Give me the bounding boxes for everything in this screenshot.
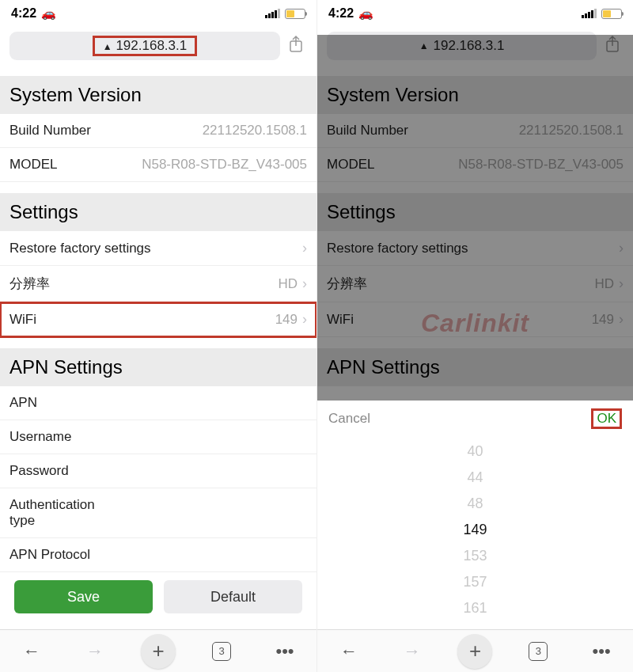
row-apn-protocol[interactable]: APN Protocol — [0, 538, 316, 572]
share-icon[interactable] — [605, 35, 624, 57]
section-system-version: System Version — [0, 76, 316, 114]
section-apn: APN Settings — [317, 348, 633, 386]
row-model: MODEL N58-R08-STD-BZ_V43-005 — [0, 148, 316, 182]
browser-toolbar: ← → + 3 ••• — [0, 629, 316, 672]
build-label: Build Number — [9, 123, 91, 139]
address-row: ▲ 192.168.3.1 — [0, 27, 316, 66]
row-password[interactable]: Password — [0, 454, 316, 488]
url-text: 192.168.3.1 — [434, 38, 505, 54]
picker-option[interactable]: 40 — [317, 439, 633, 465]
resolution-value: HD — [278, 276, 298, 292]
picker-wheel[interactable]: 40 44 48 149 153 157 161 — [317, 437, 633, 631]
forward-button[interactable]: → — [78, 641, 112, 662]
wifi-value: 149 — [275, 312, 298, 328]
more-button[interactable]: ••• — [584, 641, 619, 662]
chevron-right-icon: › — [619, 240, 624, 256]
picker-option[interactable]: 157 — [317, 569, 633, 595]
button-row: Save Default — [0, 572, 316, 613]
address-bar[interactable]: ▲ 192.168.3.1 — [9, 32, 280, 60]
picker-option-selected[interactable]: 149 — [317, 517, 633, 543]
status-time: 4:22 — [328, 6, 354, 21]
row-restore[interactable]: Restore factory settings › — [317, 231, 633, 266]
row-model: MODEL N58-R08-STD-BZ_V43-005 — [317, 148, 633, 182]
phone-left: 4:22 🚗 ▲ 192.168.3.1 System Version Buil… — [0, 0, 316, 672]
row-auth-type[interactable]: Authentication type — [0, 488, 316, 538]
url-text: 192.168.3.1 — [116, 38, 187, 53]
chevron-right-icon: › — [302, 311, 307, 328]
model-label: MODEL — [9, 157, 57, 173]
section-system-version: System Version — [317, 76, 633, 114]
chevron-right-icon: › — [302, 240, 307, 256]
address-bar[interactable]: ▲ 192.168.3.1 — [327, 32, 597, 60]
forward-button[interactable]: → — [395, 641, 430, 662]
row-apn[interactable]: APN — [0, 386, 316, 420]
share-icon[interactable] — [288, 35, 307, 57]
chevron-right-icon: › — [302, 275, 307, 292]
tabs-button[interactable]: 3 — [204, 642, 239, 661]
row-resolution[interactable]: 分辨率 HD› — [0, 266, 316, 302]
row-restore[interactable]: Restore factory settings › — [0, 231, 316, 266]
section-settings: Settings — [317, 193, 633, 231]
signal-icon — [582, 9, 597, 18]
status-time: 4:22 — [11, 6, 36, 21]
signal-icon — [265, 9, 280, 18]
car-icon: 🚗 — [41, 6, 56, 21]
phone-right: 4:22 🚗 ▲ 192.168.3.1 System Version Buil… — [316, 0, 633, 672]
build-value: 22112520.1508.1 — [203, 123, 307, 139]
row-resolution[interactable]: 分辨率 HD› — [317, 266, 633, 302]
restore-label: Restore factory settings — [9, 241, 151, 256]
picker-panel: Cancel OK 40 44 48 149 153 157 161 — [317, 401, 633, 629]
not-secure-icon: ▲ — [419, 40, 429, 51]
browser-toolbar: ← → + 3 ••• — [317, 629, 633, 672]
picker-option[interactable]: 44 — [317, 465, 633, 491]
chevron-right-icon: › — [619, 275, 624, 292]
battery-icon — [601, 9, 622, 19]
back-button[interactable]: ← — [14, 641, 49, 662]
new-tab-button[interactable]: + — [141, 634, 176, 669]
section-settings: Settings — [0, 193, 316, 231]
chevron-right-icon: › — [619, 311, 624, 328]
picker-cancel-button[interactable]: Cancel — [328, 411, 370, 427]
page-content: System Version Build Number 22112520.150… — [0, 65, 316, 629]
picker-ok-button[interactable]: OK — [597, 411, 616, 426]
not-secure-icon: ▲ — [103, 41, 112, 52]
row-wifi[interactable]: WiFi 149› — [0, 302, 316, 337]
default-button[interactable]: Default — [164, 580, 302, 613]
row-wifi[interactable]: WiFi 149› — [317, 302, 633, 337]
battery-icon — [285, 9, 305, 19]
section-apn: APN Settings — [0, 348, 316, 386]
tabs-button[interactable]: 3 — [521, 642, 555, 661]
status-bar: 4:22 🚗 — [317, 0, 633, 27]
wifi-label: WiFi — [9, 312, 36, 328]
resolution-label: 分辨率 — [9, 275, 50, 293]
picker-option[interactable]: 161 — [317, 595, 633, 621]
car-icon: 🚗 — [358, 6, 373, 21]
status-bar: 4:22 🚗 — [0, 0, 316, 27]
row-build-number: Build Number 22112520.1508.1 — [317, 114, 633, 148]
picker-option[interactable]: 48 — [317, 491, 633, 517]
save-button[interactable]: Save — [14, 580, 153, 613]
more-button[interactable]: ••• — [267, 641, 302, 662]
model-value: N58-R08-STD-BZ_V43-005 — [142, 157, 307, 173]
new-tab-button[interactable]: + — [457, 634, 492, 669]
back-button[interactable]: ← — [332, 641, 366, 662]
picker-option[interactable]: 153 — [317, 543, 633, 569]
row-build-number: Build Number 22112520.1508.1 — [0, 114, 316, 148]
address-row: ▲ 192.168.3.1 — [317, 27, 633, 66]
row-username[interactable]: Username — [0, 420, 316, 454]
